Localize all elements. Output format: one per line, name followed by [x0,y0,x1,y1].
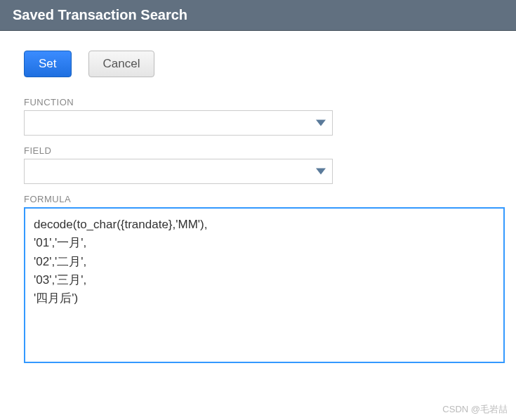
field-group: FIELD [24,145,333,184]
dialog-content: Set Cancel FUNCTION FIELD FORMULA [0,31,516,390]
field-select-box[interactable] [24,159,333,184]
formula-group: FORMULA [24,194,505,366]
function-select-box[interactable] [24,110,333,136]
formula-textarea[interactable] [24,207,505,363]
cancel-button[interactable]: Cancel [88,51,155,77]
watermark: CSDN @毛岩喆 [442,403,508,416]
function-select[interactable] [24,110,333,136]
dialog-header: Saved Transaction Search [0,0,516,31]
field-label: FIELD [24,145,333,156]
dialog-title: Saved Transaction Search [13,7,187,22]
function-group: FUNCTION [24,97,333,136]
button-row: Set Cancel [24,51,492,77]
function-label: FUNCTION [24,97,333,107]
set-button[interactable]: Set [24,51,72,77]
field-select[interactable] [24,159,333,184]
formula-label: FORMULA [24,194,505,204]
